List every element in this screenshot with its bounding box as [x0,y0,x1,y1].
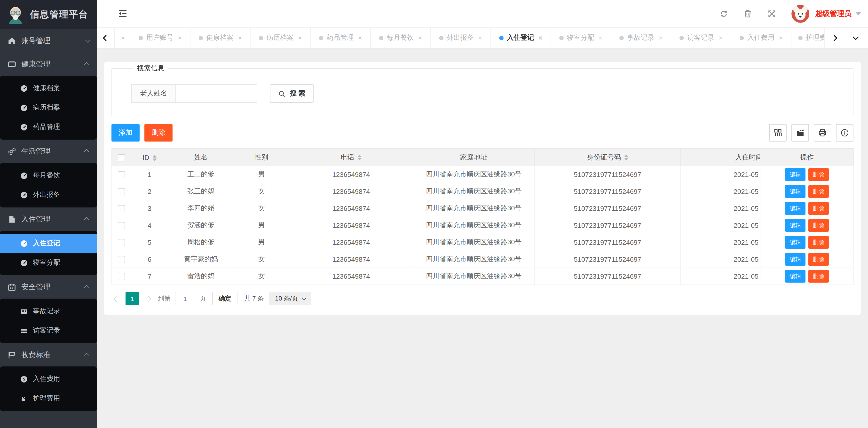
sort-icon[interactable] [153,155,157,161]
sidebar-group-fees[interactable]: 收费标准 [0,343,97,366]
export-icon[interactable] [792,124,809,142]
user-role-label[interactable]: 超级管理员 [815,9,851,18]
trash-icon[interactable] [743,9,752,18]
row-checkbox[interactable] [118,171,125,179]
add-button[interactable]: 添加 [112,124,140,142]
sidebar-item-dorm-assign[interactable]: 寝室分配 [0,253,97,272]
tab-close-icon[interactable]: × [298,34,302,42]
goto-page-input[interactable] [175,292,195,305]
row-delete-button[interactable]: 删除 [808,236,829,249]
row-checkbox[interactable] [118,222,125,230]
row-checkbox[interactable] [118,256,125,264]
sidebar-group-safety[interactable]: 安全管理 [0,275,97,299]
sidebar-item-checkin-register[interactable]: 入住登记 [0,234,97,253]
sidebar-group-account[interactable]: 账号管理 [0,29,97,52]
edit-button[interactable]: 编辑 [785,202,805,215]
refresh-icon[interactable] [719,9,728,18]
row-checkbox[interactable] [118,239,125,246]
name-input[interactable] [176,84,257,103]
sidebar-item-medical-archive[interactable]: 病历档案 [0,98,97,117]
tab-user-account[interactable]: 用户账号× [130,28,190,48]
sidebar-item-outing-report[interactable]: 外出报备 [0,185,97,205]
user-menu-caret-icon[interactable] [856,12,861,15]
cell-id: 3 [131,200,168,217]
chevron-down-icon [85,37,91,43]
tab-partial[interactable]: × [115,28,130,48]
tabs-scroll-left-button[interactable] [97,28,115,48]
sidebar-item-nursing-fee[interactable]: ¥ 护理费用 [0,389,97,408]
sidebar-group-checkin[interactable]: 入住管理 [0,208,97,231]
cell-name: 雷浩的妈 [168,268,234,285]
tab-outing-report[interactable]: 外出报备× [431,28,491,48]
edit-button[interactable]: 编辑 [785,185,805,198]
row-delete-button[interactable]: 删除 [808,185,829,198]
row-delete-button[interactable]: 删除 [808,168,829,181]
tab-accident-records[interactable]: 事故记录× [611,28,671,48]
tab-label: 病历档案 [267,33,294,42]
print-icon[interactable] [814,124,831,142]
fullscreen-icon[interactable] [767,9,776,18]
page-size-select[interactable]: 10 条/页 [270,292,311,305]
tab-close-icon[interactable]: × [538,34,542,42]
tab-monthly-meals[interactable]: 每月餐饮× [371,28,431,48]
edit-button[interactable]: 编辑 [785,236,805,249]
sidebar-toggle-icon[interactable] [118,9,127,19]
tab-close-icon[interactable]: × [719,34,723,42]
edit-button[interactable]: 编辑 [785,219,805,232]
cell-phone: 1236549874 [289,217,413,234]
tab-checkin-fee[interactable]: 入住费用× [731,28,792,48]
select-all-checkbox[interactable] [118,154,125,161]
row-delete-button[interactable]: 删除 [808,219,829,232]
tab-checkin-register-active[interactable]: 入住登记× [491,28,551,48]
column-label: 操作 [800,153,814,161]
tab-close-icon[interactable]: × [358,34,362,42]
sidebar-item-visitor-records[interactable]: 访客记录 [0,321,97,340]
sidebar-item-monthly-meals[interactable]: 每月餐饮 [0,166,97,185]
sidebar-item-health-archive[interactable]: 健康档案 [0,79,97,98]
row-checkbox[interactable] [118,188,125,195]
sidebar-group-health[interactable]: 健康管理 [0,52,97,75]
page-next-icon[interactable] [145,296,151,302]
tab-close-icon[interactable]: × [598,34,602,42]
sort-icon[interactable] [624,155,628,160]
info-icon[interactable] [836,124,854,142]
tab-dorm-assign[interactable]: 寝室分配× [551,28,611,48]
columns-icon[interactable] [769,124,786,142]
table-toolbar: 添加 删除 [112,124,854,142]
sidebar-item-medicine-manage[interactable]: 药品管理 [0,117,97,137]
edit-button[interactable]: 编辑 [785,168,805,181]
tab-close-icon[interactable]: × [238,34,242,42]
row-checkbox[interactable] [118,273,125,280]
sort-icon[interactable] [358,155,362,160]
tabs-dropdown-button[interactable] [843,28,868,48]
delete-button[interactable]: 删除 [145,124,173,142]
tab-close-icon[interactable]: × [478,34,482,42]
tab-close-icon[interactable]: × [659,34,662,42]
current-page-button[interactable]: 1 [126,292,139,305]
sidebar-item-accident-records[interactable]: 事故记录 [0,302,97,321]
tab-close-icon[interactable]: × [779,34,783,42]
tab-visitor-records[interactable]: 访客记录× [671,28,731,48]
svg-text:¥: ¥ [21,395,25,402]
tab-medicine-manage[interactable]: 药品管理× [311,28,371,48]
tab-close-icon[interactable]: × [121,34,125,42]
tab-close-icon[interactable]: × [418,34,422,42]
row-delete-button[interactable]: 删除 [808,202,829,215]
row-delete-button[interactable]: 删除 [808,270,829,283]
table-row: 4 贺涵的爹 男 1236549874 四川省南充市顺庆区油缘路30号 5107… [112,217,854,234]
row-checkbox[interactable] [118,205,125,213]
user-avatar[interactable] [792,5,809,23]
tab-health-archive[interactable]: 健康档案× [190,28,251,48]
row-delete-button[interactable]: 删除 [808,253,829,266]
edit-button[interactable]: 编辑 [785,253,805,266]
tabs-scroll-right-button[interactable] [825,28,843,48]
goto-confirm-button[interactable]: 确定 [212,292,238,305]
page-prev-icon[interactable] [114,296,120,302]
search-button[interactable]: 搜 索 [270,84,314,103]
tab-medical-archive[interactable]: 病历档案× [251,28,311,48]
tab-nursing-fee[interactable]: 护理费用 [792,28,825,48]
tab-close-icon[interactable]: × [178,34,182,42]
edit-button[interactable]: 编辑 [785,270,805,283]
sidebar-group-life[interactable]: 生活管理 [0,140,97,163]
sidebar-item-checkin-fee[interactable]: 入住费用 [0,369,97,389]
